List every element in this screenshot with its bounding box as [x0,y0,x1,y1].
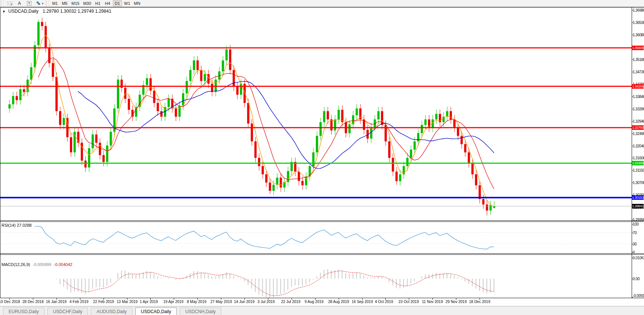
timeframe-d1-button[interactable]: D1 [113,0,122,6]
date-axis-label: 8 May 2019 [187,300,206,304]
y-axis-tick-label: 1.32490 [633,132,644,136]
fibonacci-icon: F [7,1,13,6]
y-axis-tick-label: 1.35180 [633,58,644,62]
timeframe-m30-button[interactable]: M30 [81,0,92,6]
toolbar: F A T ▾ M1 M5 M15 M30 H1 H4 D1 W1 MN [0,0,644,7]
macd-tick-label: 0.00 [633,277,644,281]
macd-main-value: -0.005999 [33,262,51,267]
rsi-label: RSI(14) 27.0288 [1,223,32,227]
tab-eurusd-daily[interactable]: EURUSD,Daily [3,308,44,315]
date-axis-label: 19 Apr 2019 [163,300,184,304]
chart-tabs-bar: EURUSD,DailyUSDCHF,DailyAUDUSD,DailyUSDC… [0,306,644,315]
date-axis-label: 1 Apr 2019 [140,300,158,304]
price-level-badge-1-35606: 1.35606 [632,46,644,50]
arrows-icon [36,1,41,6]
text-label-tool-button[interactable]: T [25,0,34,6]
timeframe-h1-button[interactable]: H1 [93,0,102,6]
rsi-tick-label: 100 [633,222,644,226]
timeframe-m5-button[interactable]: M5 [60,0,69,6]
y-axis-tick-label: 1.31600 [633,156,644,160]
date-axis-label: 29 Nov 2019 [446,300,467,304]
date-axis-label: 13 Mar 2019 [117,300,138,304]
date-axis-label: 4 Oct 2019 [375,300,393,304]
macd-label: MACD(12,26,9) -0.005999 -0.004042 [1,262,73,267]
tab-audusd-daily[interactable]: AUDUSD,Daily [91,308,132,315]
y-axis-tick-label: 1.30700 [633,181,644,185]
macd-tick-label: -0.00918 [633,294,644,298]
y-axis-tick-label: 1.33390 [633,107,644,111]
y-axis-tick-label: 1.32040 [633,144,644,148]
timeframe-m1-button[interactable]: M1 [50,0,59,6]
arrows-tool-button[interactable]: ▾ [34,0,45,6]
price-level-badge-1-34206: 1.34206 [632,84,644,89]
rsi-tick-label: 70 [633,231,644,235]
y-axis-tick-label: 1.32940 [633,119,644,123]
date-axis-label: 22 Jul 2019 [281,300,301,304]
tab-usdchf-daily[interactable]: USDCHF,Daily [47,308,88,315]
price-level-badge-1-30152: 1.30152 [632,195,644,200]
toolbar-grip[interactable] [1,1,4,6]
text-tool-button[interactable]: A [15,0,24,6]
tab-usdcnh-daily[interactable]: USDCNH,Daily [180,308,221,315]
date-axis-label: 9 Aug 2019 [305,300,324,304]
date-axis-label: 16 Sep 2019 [352,300,373,304]
date-axis-label: 14 Jun 2019 [234,300,255,304]
date-axis-label: 28 Aug 2019 [328,300,349,304]
text-label-icon: T [27,1,31,6]
timeframe-m15-button[interactable]: M15 [70,0,81,6]
price-level-badge-1-32700: 1.32700 [632,125,644,130]
date-axis-label: 3 Jul 2019 [258,300,275,304]
y-axis-tick-label: 1.33840 [633,95,644,99]
y-axis-tick-label: 1.36980 [633,8,644,12]
svg-text:F: F [11,3,13,6]
y-axis-tick-label: 1.36080 [633,33,644,37]
y-axis-tick-label: 1.34730 [633,70,644,74]
y-axis-tick-label: 1.36530 [633,21,644,25]
ohlc-values: 1.29780 1.30032 1.29749 1.29841 [43,9,111,14]
macd-tick-label: 0.010615 [633,256,644,260]
rsi-tick-label: 0 [633,250,644,254]
toolbar-grip2[interactable] [46,1,49,6]
arrows-dropdown-caret: ▾ [42,2,43,5]
date-axis-label: 28 Dec 2018 [22,300,44,304]
date-axis-label: 16 Jan 2019 [46,300,67,304]
price-level-badge-1-31405: 1.31405 [632,161,644,165]
symbol-period-label: USDCAD,Daily [8,9,38,14]
date-axis-label: 27 May 2019 [210,300,232,304]
timeframe-mn-button[interactable]: MN [132,0,142,6]
price-chart-canvas[interactable] [0,0,644,304]
date-axis-label: 22 Feb 2019 [93,300,114,304]
chart-header: ▼ USDCAD,Daily 1.29780 1.30032 1.29749 1… [2,9,111,14]
timeframe-w1-button[interactable]: W1 [123,0,132,6]
y-axis-tick-label: 1.29350 [633,218,644,222]
rsi-tick-label: 30 [633,242,644,246]
date-axis-label: 11 Nov 2019 [422,300,443,304]
date-axis-label: 18 Dec 2019 [469,300,490,304]
mt4-window: F A T ▾ M1 M5 M15 M30 H1 H4 D1 W1 MN ▼ U… [0,0,644,315]
price-level-badge-1-29841: 1.29841 [632,204,644,208]
date-axis-label: 10 Dec 2018 [0,300,20,304]
macd-name: MACD(12,26,9) [1,262,30,267]
date-axis-label: 23 Oct 2019 [398,300,419,304]
fibonacci-tool-button[interactable]: F [5,0,14,6]
tab-usdcad-daily[interactable]: USDCAD,Daily [135,308,177,315]
text-icon: A [18,1,21,6]
chart-menu-arrow-icon[interactable]: ▼ [2,10,6,13]
date-axis-label: 4 Feb 2019 [70,300,89,304]
timeframe-h4-button[interactable]: H4 [103,0,112,6]
y-axis-tick-label: 1.31150 [633,168,644,172]
macd-signal-value: -0.004042 [54,262,73,267]
